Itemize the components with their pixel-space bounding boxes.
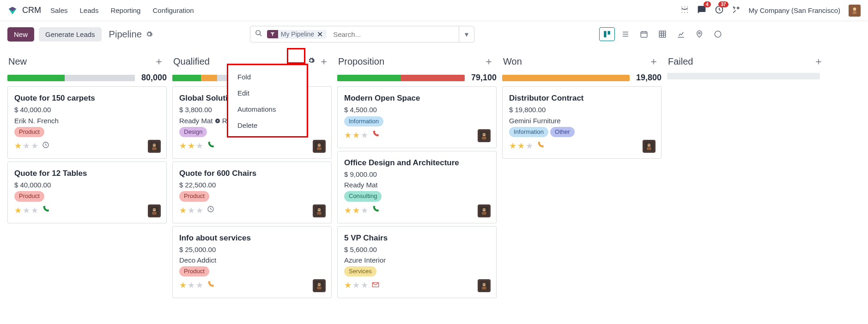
activities-icon[interactable]: 37 bbox=[715, 5, 724, 16]
star-icon[interactable]: ★ bbox=[352, 279, 360, 292]
star-icon[interactable]: ★ bbox=[179, 140, 187, 153]
column-progress-bar[interactable] bbox=[667, 73, 820, 79]
tag[interactable]: Services bbox=[344, 266, 376, 276]
dropdown-item[interactable]: Delete bbox=[228, 117, 306, 133]
tag[interactable]: Product bbox=[179, 266, 209, 276]
tag[interactable]: Information bbox=[509, 127, 548, 137]
kanban-card[interactable]: Distributor Contract $ 19,800.00 Gemini … bbox=[502, 86, 662, 159]
star-icon[interactable]: ★ bbox=[361, 204, 368, 217]
kanban-card[interactable]: Quote for 150 carpets $ 40,000.00 Erik N… bbox=[7, 86, 167, 159]
view-list[interactable] bbox=[618, 27, 633, 41]
priority-stars[interactable]: ★★★ bbox=[14, 204, 38, 217]
kanban-card[interactable]: Modern Open Space $ 4,500.00 Information… bbox=[337, 86, 497, 148]
star-icon[interactable]: ★ bbox=[344, 129, 352, 142]
column-progress-bar[interactable] bbox=[337, 75, 465, 81]
column-gear-icon[interactable] bbox=[306, 55, 317, 68]
new-button[interactable]: New bbox=[7, 27, 34, 42]
priority-stars[interactable]: ★★★ bbox=[179, 140, 203, 153]
priority-stars[interactable]: ★★★ bbox=[344, 279, 368, 292]
star-icon[interactable]: ★ bbox=[361, 129, 368, 142]
star-icon[interactable]: ★ bbox=[196, 204, 203, 217]
nav-item-reporting[interactable]: Reporting bbox=[110, 6, 140, 14]
tag[interactable]: Information bbox=[344, 116, 383, 126]
clock-icon[interactable] bbox=[207, 205, 214, 216]
star-icon[interactable]: ★ bbox=[188, 140, 195, 153]
star-icon[interactable]: ★ bbox=[188, 279, 195, 292]
star-icon[interactable]: ★ bbox=[352, 129, 360, 142]
tag[interactable]: Product bbox=[179, 191, 209, 201]
messages-icon[interactable]: 4 bbox=[697, 5, 706, 16]
company-switcher[interactable]: My Company (San Francisco) bbox=[749, 6, 840, 14]
phone-icon[interactable] bbox=[372, 205, 379, 216]
star-icon[interactable]: ★ bbox=[31, 140, 38, 153]
star-icon[interactable]: ★ bbox=[188, 204, 195, 217]
view-map[interactable] bbox=[692, 27, 707, 41]
generate-leads-button[interactable]: Generate Leads bbox=[39, 27, 102, 42]
star-icon[interactable]: ★ bbox=[517, 140, 525, 153]
view-calendar[interactable] bbox=[636, 27, 652, 41]
column-add-icon[interactable]: ＋ bbox=[482, 53, 496, 70]
column-progress-bar[interactable] bbox=[7, 75, 135, 81]
column-title[interactable]: Won bbox=[503, 56, 647, 67]
clock-icon[interactable] bbox=[42, 141, 49, 152]
priority-stars[interactable]: ★★★ bbox=[344, 129, 368, 142]
card-avatar[interactable] bbox=[313, 204, 326, 217]
star-icon[interactable]: ★ bbox=[31, 204, 38, 217]
column-add-icon[interactable]: ＋ bbox=[812, 53, 826, 70]
star-icon[interactable]: ★ bbox=[14, 140, 22, 153]
gear-icon[interactable] bbox=[146, 30, 153, 38]
star-icon[interactable]: ★ bbox=[344, 279, 352, 292]
tag[interactable]: Consulting bbox=[344, 191, 382, 201]
phone-icon[interactable] bbox=[207, 141, 214, 152]
tools-icon[interactable] bbox=[732, 6, 741, 15]
column-add-icon[interactable]: ＋ bbox=[317, 53, 331, 70]
phone-icon[interactable] bbox=[537, 141, 544, 152]
phone-icon[interactable] bbox=[207, 280, 214, 292]
tag[interactable]: Product bbox=[14, 191, 44, 201]
view-graph[interactable] bbox=[673, 27, 689, 41]
priority-stars[interactable]: ★★★ bbox=[509, 140, 533, 153]
search-icon[interactable] bbox=[250, 30, 267, 39]
search-dropdown-toggle[interactable]: ▾ bbox=[459, 26, 474, 42]
card-avatar[interactable] bbox=[313, 279, 326, 292]
search-input[interactable] bbox=[329, 30, 459, 38]
tag[interactable]: Design bbox=[179, 127, 207, 137]
nav-item-sales[interactable]: Sales bbox=[50, 6, 68, 14]
column-add-icon[interactable]: ＋ bbox=[152, 53, 166, 70]
star-icon[interactable]: ★ bbox=[361, 279, 368, 292]
card-avatar[interactable] bbox=[478, 279, 491, 292]
star-icon[interactable]: ★ bbox=[179, 279, 187, 292]
column-title[interactable]: Proposition bbox=[338, 56, 482, 67]
column-title[interactable]: Failed bbox=[668, 56, 812, 67]
dropdown-item[interactable]: Fold bbox=[228, 69, 306, 85]
view-kanban[interactable] bbox=[599, 27, 615, 41]
view-pivot[interactable] bbox=[655, 27, 670, 41]
column-title[interactable]: New bbox=[8, 56, 152, 67]
star-icon[interactable]: ★ bbox=[14, 204, 22, 217]
star-icon[interactable]: ★ bbox=[23, 140, 30, 153]
column-progress-bar[interactable] bbox=[502, 75, 630, 81]
filter-chip-remove[interactable]: ✕ bbox=[317, 30, 323, 39]
dropdown-item[interactable]: Edit bbox=[228, 85, 306, 101]
star-icon[interactable]: ★ bbox=[526, 140, 533, 153]
kanban-card[interactable]: Quote for 600 Chairs $ 22,500.00 Product… bbox=[172, 162, 332, 223]
phone-icon[interactable] bbox=[372, 130, 379, 141]
nav-item-leads[interactable]: Leads bbox=[80, 6, 99, 14]
kanban-card[interactable]: 5 VP Chairs $ 5,600.00 Azure Interior Se… bbox=[337, 226, 497, 299]
star-icon[interactable]: ★ bbox=[196, 279, 203, 292]
phone-icon[interactable] bbox=[42, 205, 49, 216]
star-icon[interactable]: ★ bbox=[23, 204, 30, 217]
tag[interactable]: Other bbox=[550, 127, 575, 137]
app-brand[interactable]: CRM bbox=[22, 6, 41, 15]
star-icon[interactable]: ★ bbox=[196, 140, 203, 153]
view-activity[interactable] bbox=[710, 27, 726, 41]
card-avatar[interactable] bbox=[478, 129, 491, 142]
card-avatar[interactable] bbox=[313, 140, 326, 153]
priority-stars[interactable]: ★★★ bbox=[179, 204, 203, 217]
card-avatar[interactable] bbox=[148, 140, 161, 153]
kanban-card[interactable]: Quote for 12 Tables $ 40,000.00 Product … bbox=[7, 162, 167, 223]
nav-item-configuration[interactable]: Configuration bbox=[152, 6, 194, 14]
star-icon[interactable]: ★ bbox=[344, 204, 352, 217]
kanban-card[interactable]: Info about services $ 25,000.00 Deco Add… bbox=[172, 226, 332, 299]
card-avatar[interactable] bbox=[643, 140, 656, 153]
